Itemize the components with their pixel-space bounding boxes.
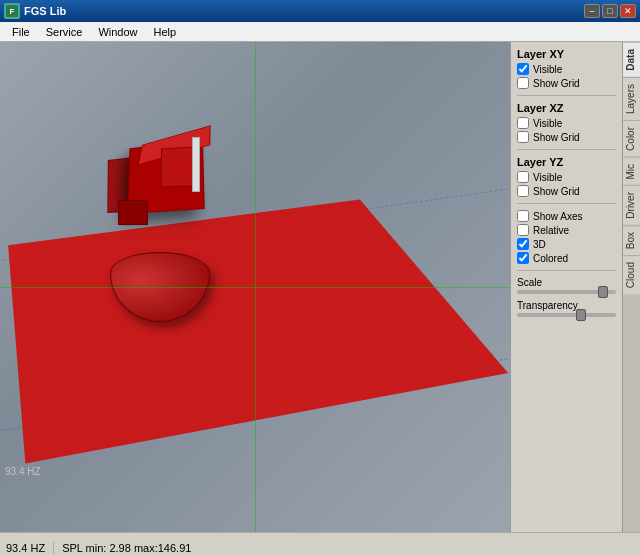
relative-label: Relative (533, 225, 569, 236)
threed-checkbox[interactable] (517, 238, 529, 250)
panel-content: Layer XY Visible Show Grid Layer XZ Visi… (511, 42, 622, 532)
show-axes-checkbox[interactable] (517, 210, 529, 222)
title-bar-left: F FGS Lib (4, 3, 66, 19)
threed-label: 3D (533, 239, 546, 250)
transparency-slider-track[interactable] (517, 313, 616, 317)
tab-layers[interactable]: Layers (623, 77, 641, 120)
tab-mic[interactable]: Mic (623, 157, 641, 186)
options-section: Show Axes Relative 3D Colored (517, 210, 616, 271)
close-button[interactable]: ✕ (620, 4, 636, 18)
layer-yz-visible-checkbox[interactable] (517, 171, 529, 183)
tab-data[interactable]: Data (623, 42, 641, 77)
show-axes-row: Show Axes (517, 210, 616, 222)
scale-container: Scale (517, 277, 616, 294)
layer-xy-visible-checkbox[interactable] (517, 63, 529, 75)
layer-xz-title: Layer XZ (517, 102, 616, 114)
layer-xy-showgrid-row: Show Grid (517, 77, 616, 89)
right-panel: Layer XY Visible Show Grid Layer XZ Visi… (510, 42, 640, 532)
minimize-button[interactable]: – (584, 4, 600, 18)
status-bar: 93.4 HZ SPL min: 2.98 max:146.91 FGS Lib… (0, 532, 640, 556)
layer-xz-visible-checkbox[interactable] (517, 117, 529, 129)
layer-xy-title: Layer XY (517, 48, 616, 60)
viewport[interactable]: 93.4 HZ (0, 42, 510, 532)
maximize-button[interactable]: □ (602, 4, 618, 18)
menu-file[interactable]: File (4, 24, 38, 40)
tab-color[interactable]: Color (623, 120, 641, 157)
transparency-slider-thumb[interactable] (576, 309, 586, 321)
relative-row: Relative (517, 224, 616, 236)
layer-xy-visible-label: Visible (533, 64, 562, 75)
layer-xz-showgrid-label: Show Grid (533, 132, 580, 143)
layer-xz-visible-label: Visible (533, 118, 562, 129)
window-controls: – □ ✕ (584, 4, 636, 18)
threed-row: 3D (517, 238, 616, 250)
layer-yz-section: Layer YZ Visible Show Grid (517, 156, 616, 204)
layer-xz-section: Layer XZ Visible Show Grid (517, 102, 616, 150)
scale-slider-track[interactable] (517, 290, 616, 294)
tab-driver[interactable]: Driver (623, 185, 641, 225)
menu-bar: File Service Window Help (0, 22, 640, 42)
menu-service[interactable]: Service (38, 24, 91, 40)
status-divider-1 (53, 542, 54, 554)
layer-xz-visible-row: Visible (517, 117, 616, 129)
layer-xz-showgrid-checkbox[interactable] (517, 131, 529, 143)
colored-label: Colored (533, 253, 568, 264)
object-white-element (192, 137, 200, 192)
transparency-container: Transparency (517, 300, 616, 317)
menu-window[interactable]: Window (90, 24, 145, 40)
tab-box[interactable]: Box (623, 225, 641, 255)
layer-yz-showgrid-label: Show Grid (533, 186, 580, 197)
colored-checkbox[interactable] (517, 252, 529, 264)
title-bar: F FGS Lib – □ ✕ (0, 0, 640, 22)
status-freq: 93.4 HZ (6, 542, 45, 554)
main-area: 93.4 HZ Layer XY Visible Show Grid Layer… (0, 42, 640, 532)
layer-xy-section: Layer XY Visible Show Grid (517, 48, 616, 96)
layer-yz-showgrid-row: Show Grid (517, 185, 616, 197)
tab-cloud[interactable]: Cloud (623, 255, 641, 294)
transparency-label: Transparency (517, 300, 616, 311)
viewport-watermark: 93.4 HZ (5, 466, 41, 477)
colored-row: Colored (517, 252, 616, 264)
layer-yz-showgrid-checkbox[interactable] (517, 185, 529, 197)
scale-slider-thumb[interactable] (598, 286, 608, 298)
layer-xy-visible-row: Visible (517, 63, 616, 75)
object-block-extra (118, 200, 148, 225)
window-title: FGS Lib (24, 5, 66, 17)
layer-xz-showgrid-row: Show Grid (517, 131, 616, 143)
status-row-1: 93.4 HZ SPL min: 2.98 max:146.91 (0, 541, 640, 555)
menu-help[interactable]: Help (146, 24, 185, 40)
side-tabs: Data Layers Color Mic Driver Box Cloud (622, 42, 640, 532)
object-block-small (161, 146, 195, 187)
layer-yz-visible-label: Visible (533, 172, 562, 183)
layer-yz-visible-row: Visible (517, 171, 616, 183)
relative-checkbox[interactable] (517, 224, 529, 236)
layer-yz-title: Layer YZ (517, 156, 616, 168)
app-icon: F (4, 3, 20, 19)
layer-xy-showgrid-checkbox[interactable] (517, 77, 529, 89)
status-spl: SPL min: 2.98 max:146.91 (62, 542, 191, 554)
svg-text:F: F (10, 7, 15, 16)
layer-xy-showgrid-label: Show Grid (533, 78, 580, 89)
show-axes-label: Show Axes (533, 211, 582, 222)
